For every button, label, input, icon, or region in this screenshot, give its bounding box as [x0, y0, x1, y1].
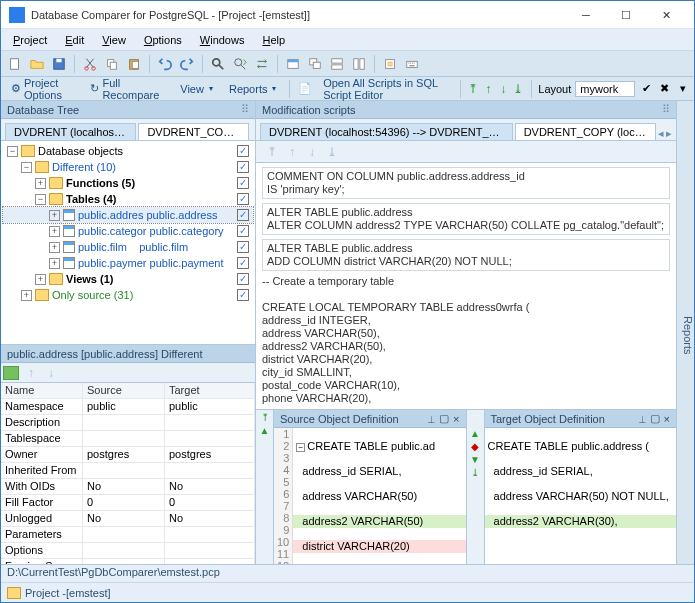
project-options-button[interactable]: ⚙ Project Options	[5, 75, 80, 103]
mod-toolbar: ⤒ ↑ ↓ ⤓	[256, 141, 676, 163]
tile-h-icon[interactable]	[327, 54, 347, 74]
layout-save-icon[interactable]: ✔	[639, 79, 653, 99]
prop-row[interactable]: Description	[1, 415, 255, 431]
mod-last-icon[interactable]: ⤓	[324, 144, 340, 160]
modification-script[interactable]: COMMENT ON COLUMN public.address.address…	[256, 163, 676, 409]
redo-icon[interactable]	[177, 54, 197, 74]
prop-row[interactable]: Parameters	[1, 527, 255, 543]
save-icon[interactable]	[49, 54, 69, 74]
tile-v-icon[interactable]	[349, 54, 369, 74]
prop-row[interactable]: Ownerpostgrespostgres	[1, 447, 255, 463]
first-diff-icon[interactable]: ⤒	[468, 81, 479, 97]
sync-icon[interactable]	[3, 366, 19, 380]
undo-icon[interactable]	[155, 54, 175, 74]
prop-row[interactable]: Inherited From	[1, 463, 255, 479]
mod-prev-icon[interactable]: ↑	[284, 144, 300, 160]
replace-icon[interactable]	[252, 54, 272, 74]
minimize-button[interactable]: ─	[566, 4, 606, 26]
mod-tabs: DVDRENT (localhost:54396) --> DVDRENT_CO…	[256, 119, 676, 141]
last-diff-icon[interactable]: ⤓	[513, 81, 524, 97]
menu-options[interactable]: Options	[136, 32, 190, 48]
prop-row[interactable]: UnloggedNoNo	[1, 511, 255, 527]
find-icon[interactable]	[208, 54, 228, 74]
props-next-icon[interactable]: ↓	[43, 365, 59, 381]
keyboard-icon[interactable]	[402, 54, 422, 74]
next-diff-icon[interactable]: ↓	[498, 81, 509, 97]
jump-up2-icon[interactable]: ▲	[470, 428, 480, 439]
tree-views[interactable]: +Views (1)✓	[3, 271, 253, 287]
props-header: public.address [public.address] Differen…	[1, 345, 255, 363]
pin-icon[interactable]: ⟂	[428, 413, 435, 425]
script-icon[interactable]: 📄	[297, 79, 313, 99]
new-project-icon[interactable]	[5, 54, 25, 74]
prop-row[interactable]: Tablespace	[1, 431, 255, 447]
close-button[interactable]: ✕	[646, 4, 686, 26]
menu-windows[interactable]: Windows	[192, 32, 253, 48]
tree-table-address[interactable]: +public.addres public.address✓	[3, 207, 253, 223]
props-prev-icon[interactable]: ↑	[23, 365, 39, 381]
mod-first-icon[interactable]: ⤒	[264, 144, 280, 160]
prop-row[interactable]: Fill Factor00	[1, 495, 255, 511]
tab-next-icon[interactable]: ▸	[666, 127, 672, 140]
pin-icon[interactable]: ⟂	[639, 413, 646, 425]
main-toolbar	[1, 51, 694, 77]
cut-icon[interactable]	[80, 54, 100, 74]
mod-next-icon[interactable]: ↓	[304, 144, 320, 160]
prop-row[interactable]: Namespacepublicpublic	[1, 399, 255, 415]
maximize-button[interactable]: ☐	[606, 4, 646, 26]
prop-row[interactable]: Options	[1, 543, 255, 559]
menu-help[interactable]: Help	[254, 32, 293, 48]
mod-tab-fwd[interactable]: DVDRENT (localhost:54396) --> DVDRENT_CO…	[260, 123, 513, 140]
menu-project[interactable]: Project	[5, 32, 55, 48]
prev-diff-icon[interactable]: ↑	[483, 81, 494, 97]
layout-del-icon[interactable]: ✖	[658, 79, 672, 99]
menu-view[interactable]: View	[94, 32, 134, 48]
database-tree[interactable]: −Database objects✓ −Different (10)✓ +Fun…	[1, 141, 255, 345]
jump-down-icon[interactable]: ▼	[470, 454, 480, 465]
close-pane-icon[interactable]: ×	[664, 413, 670, 425]
properties-grid[interactable]: NameSourceTarget Namespacepublicpublic D…	[1, 383, 255, 564]
cascade-icon[interactable]	[305, 54, 325, 74]
tab-dvdrent-copy[interactable]: DVDRENT_COPY (lo...	[138, 123, 249, 140]
menu-edit[interactable]: Edit	[57, 32, 92, 48]
layout-input[interactable]: mywork	[575, 81, 635, 97]
svg-point-10	[235, 58, 242, 65]
tree-only-source[interactable]: +Only source (31)✓	[3, 287, 253, 303]
tree-different[interactable]: −Different (10)✓	[3, 159, 253, 175]
full-recompare-button[interactable]: ↻ Full Recompare	[84, 75, 170, 103]
mod-tab-copy[interactable]: DVDRENT_COPY (localhost:54396)	[515, 123, 656, 140]
view-dropdown[interactable]: View	[174, 81, 219, 97]
layout-menu-icon[interactable]: ▾	[676, 79, 690, 99]
open-icon[interactable]	[27, 54, 47, 74]
close-pane-icon[interactable]: ×	[453, 413, 459, 425]
svg-rect-16	[332, 64, 343, 68]
reports-side-tab[interactable]: Reports	[676, 101, 694, 564]
jump-up-icon[interactable]: ▲	[260, 425, 270, 436]
reports-dropdown[interactable]: Reports	[223, 81, 283, 97]
window-icon[interactable]	[283, 54, 303, 74]
tab-prev-icon[interactable]: ◂	[658, 127, 664, 140]
prop-row[interactable]: With OIDsNoNo	[1, 479, 255, 495]
find-next-icon[interactable]	[230, 54, 250, 74]
tree-table-category[interactable]: +public.categor public.category✓	[3, 223, 253, 239]
copy-icon[interactable]	[102, 54, 122, 74]
svg-rect-2	[56, 58, 61, 62]
tree-table-payment[interactable]: +public.paymer public.payment✓	[3, 255, 253, 271]
secondary-toolbar: ⚙ Project Options ↻ Full Recompare View …	[1, 77, 694, 101]
tree-functions[interactable]: +Functions (5)✓	[3, 175, 253, 191]
tree-table-film[interactable]: +public.film public.film✓	[3, 239, 253, 255]
svg-rect-15	[332, 58, 343, 62]
project-icon	[7, 587, 21, 599]
tree-tables[interactable]: −Tables (4)✓	[3, 191, 253, 207]
jump-last-icon[interactable]: ⤓	[471, 467, 479, 478]
tab-dvdrent[interactable]: DVDRENT (localhost:54396)	[5, 123, 136, 140]
paste-icon[interactable]	[124, 54, 144, 74]
options-icon[interactable]	[380, 54, 400, 74]
jump-first-icon[interactable]: ⤒	[261, 412, 269, 423]
open-all-scripts-button[interactable]: Open All Scripts in SQL Script Editor	[317, 75, 453, 103]
mod-scripts-header: Modification scripts⠿	[256, 101, 676, 119]
max-icon[interactable]: ▢	[439, 412, 449, 425]
svg-rect-0	[11, 58, 19, 69]
max-icon[interactable]: ▢	[650, 412, 660, 425]
tree-root[interactable]: −Database objects✓	[3, 143, 253, 159]
